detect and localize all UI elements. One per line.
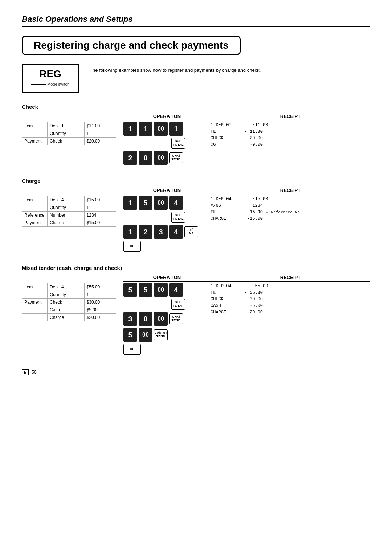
intro-row: REG Mode switch The following examples s… [22, 64, 370, 93]
mixed-title: Mixed tender (cash, charge and check) [22, 265, 370, 271]
receipt-line: #/NS 1234 [211, 202, 370, 209]
receipt-line: CG ·9.00 [211, 141, 370, 148]
key-subtotal-charge: SUBTOTAL [171, 212, 185, 223]
table-row: Charge $20.00 [22, 314, 116, 321]
key-00a: 00 [154, 122, 168, 136]
table-row: Quantity 1 [22, 130, 116, 138]
charge-key-row-ch: CH [123, 241, 207, 252]
check-op-receipt-header: OPERATION RECEIPT [123, 114, 370, 120]
key-00d: 00 [154, 283, 168, 297]
reg-label: REG [31, 68, 69, 80]
receipt-line: 1 DEPT04 ·15.00 [211, 196, 370, 202]
mode-switch-text: Mode switch [47, 82, 69, 86]
mode-switch-line: Mode switch [31, 82, 69, 86]
charge-operation: 1 5 00 4 SUBTOTAL 1 2 3 4 #/NS CH [123, 196, 207, 252]
key-1b: 1 [139, 122, 152, 136]
check-op-header: OPERATION [123, 114, 211, 119]
key-1a: 1 [123, 122, 137, 136]
check-content: Item Dept. 1 $11.00 Quantity 1 Payment C… [22, 122, 370, 165]
mixed-table: Item Dept. 4 $55.00 Quantity 1 Payment C… [22, 283, 116, 321]
table-row: Quantity 1 [22, 291, 116, 299]
key-00b: 00 [154, 151, 168, 165]
key-4b: 4 [169, 225, 183, 239]
mixed-key-row-ch: CH [123, 344, 207, 355]
key-2b: 2 [139, 225, 152, 239]
footer-page: 50 [32, 370, 36, 375]
ref-no-row: TL - 15.00 ← Reference No. [211, 209, 370, 216]
table-row: Payment Charge $15.00 [22, 219, 116, 227]
mixed-key-row-1: 5 5 00 4 [123, 283, 207, 297]
charge-op-header: OPERATION [123, 188, 211, 193]
receipt-line: CHARGE ·20.00 [211, 309, 370, 316]
key-00e: 00 [154, 312, 168, 326]
receipt-line-tl: TL - 11.00 [211, 128, 370, 135]
receipt-line-tl: TL - 55.00 [211, 290, 370, 296]
mixed-key-row-3: 5 00 CA/AMTTEND [123, 328, 207, 342]
check-key-row-2: 2 0 00 CHK/TEND [123, 151, 207, 165]
mixed-op-receipt-header: OPERATION RECEIPT [123, 275, 370, 282]
key-5b: 5 [123, 283, 137, 297]
charge-table: Item Dept. 4 $15.00 Quantity 1 Reference… [22, 196, 116, 227]
table-row: Payment Check $30.00 [22, 299, 116, 306]
key-chktend2: CHK/TEND [169, 313, 183, 324]
table-row: Item Dept. 4 $55.00 [22, 283, 116, 291]
check-title: Check [22, 104, 370, 110]
key-0b: 0 [139, 312, 152, 326]
ref-label: Reference No. [271, 210, 302, 214]
key-3b: 3 [123, 312, 137, 326]
key-3a: 3 [154, 225, 168, 239]
check-key-row-sub: SUBTOTAL [123, 138, 207, 149]
key-subtotal-mixed: SUBTOTAL [171, 299, 185, 310]
key-0a: 0 [139, 151, 152, 165]
reg-box: REG Mode switch [22, 64, 79, 93]
charge-content: Item Dept. 4 $15.00 Quantity 1 Reference… [22, 196, 370, 252]
mixed-op-header: OPERATION [123, 275, 211, 280]
charge-section: Charge OPERATION RECEIPT Item Dept. 4 $1… [22, 178, 370, 252]
mixed-key-row-sub: SUBTOTAL [123, 299, 207, 310]
page-title-box: Registering charge and check payments [22, 36, 241, 55]
key-5a: 5 [139, 196, 152, 210]
key-chktend: CHK/TEND [169, 152, 183, 163]
charge-key-row-1: 1 5 00 4 [123, 196, 207, 210]
key-00c: 00 [154, 196, 168, 210]
table-row: Item Dept. 1 $11.00 [22, 122, 116, 130]
section-title: Basic Operations and Setups [22, 15, 370, 27]
receipt-line: CHECK ·30.00 [211, 296, 370, 303]
table-row: Item Dept. 4 $15.00 [22, 196, 116, 204]
mixed-receipt: 1 DEPT04 ·55.00 TL - 55.00 CHECK ·30.00 … [207, 283, 370, 316]
key-00f: 00 [139, 328, 152, 342]
charge-receipt: 1 DEPT04 ·15.00 #/NS 1234 TL - 15.00 ← R… [207, 196, 370, 222]
receipt-line-tl: TL - 15.00 [211, 209, 263, 216]
key-caamttend: CA/AMTTEND [154, 329, 168, 340]
key-2a: 2 [123, 151, 137, 165]
key-ch: CH [123, 241, 141, 252]
charge-receipt-header: RECEIPT [211, 188, 370, 193]
mixed-key-row-2: 3 0 00 CHK/TEND [123, 312, 207, 326]
key-subtotal: SUBTOTAL [171, 138, 185, 149]
table-row: Cash $5.00 [22, 306, 116, 314]
check-table: Item Dept. 1 $11.00 Quantity 1 Payment C… [22, 122, 116, 145]
mixed-section: Mixed tender (cash, charge and check) OP… [22, 265, 370, 355]
charge-op-receipt-header: OPERATION RECEIPT [123, 188, 370, 194]
footer-box: E [22, 369, 29, 375]
charge-key-row-sub: SUBTOTAL [123, 212, 207, 223]
check-operation: 1 1 00 1 SUBTOTAL 2 0 00 CHK/TEND [123, 122, 207, 165]
receipt-line: 1 DEPT04 ·55.00 [211, 283, 370, 290]
key-5d: 5 [123, 328, 137, 342]
charge-key-row-2: 1 2 3 4 #/NS [123, 225, 207, 239]
key-1d: 1 [123, 196, 137, 210]
intro-text: The following examples show how to regis… [90, 64, 261, 73]
page-title: Registering charge and check payments [34, 40, 229, 51]
receipt-line: CASH ·5.00 [211, 303, 370, 309]
mixed-content: Item Dept. 4 $55.00 Quantity 1 Payment C… [22, 283, 370, 355]
table-row: Payment Check $20.00 [22, 138, 116, 145]
check-receipt-header: RECEIPT [211, 114, 370, 119]
check-key-row-1: 1 1 00 1 [123, 122, 207, 136]
key-1e: 1 [123, 225, 137, 239]
ref-arrow: ← [266, 210, 268, 214]
receipt-line: CHECK ·20.00 [211, 135, 370, 141]
check-section: Check OPERATION RECEIPT Item Dept. 1 $11… [22, 104, 370, 165]
key-ch2: CH [123, 344, 141, 355]
key-4c: 4 [169, 283, 183, 297]
key-1c: 1 [169, 122, 183, 136]
